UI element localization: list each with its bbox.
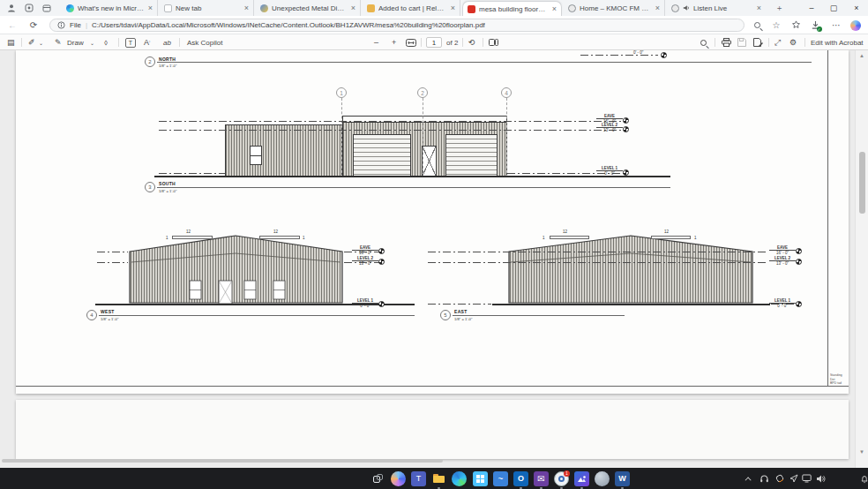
level-label-level2: LEVEL 213' - 0" bbox=[352, 256, 378, 267]
favorites-star-icon[interactable]: ☆ bbox=[769, 19, 783, 32]
grid-line bbox=[423, 98, 423, 177]
draw-pen-icon[interactable]: ✎ bbox=[55, 37, 62, 48]
highlighter-dropdown-icon[interactable]: ⌄ bbox=[39, 37, 43, 48]
level-marker bbox=[623, 126, 629, 132]
level-label-level2: LEVEL 213' - 0" bbox=[769, 256, 796, 267]
page-view-icon[interactable] bbox=[489, 37, 498, 48]
tab-close-icon[interactable]: × bbox=[552, 4, 557, 13]
new-tab-icon[interactable]: ＋ bbox=[773, 2, 786, 14]
vertical-scrollbar-thumb[interactable] bbox=[859, 152, 865, 214]
file-explorer-icon[interactable] bbox=[431, 471, 446, 486]
word-icon[interactable]: W bbox=[615, 471, 630, 486]
roof-pitch-bar bbox=[550, 236, 589, 239]
sheet-border-line bbox=[16, 386, 849, 387]
pc-health-icon[interactable]: ~ bbox=[493, 471, 508, 486]
save-as-icon[interactable] bbox=[753, 37, 763, 48]
back-icon[interactable]: ← bbox=[5, 19, 19, 32]
fit-width-icon[interactable] bbox=[406, 37, 416, 48]
refresh-icon[interactable]: ⟳ bbox=[26, 19, 41, 32]
scroll-down-icon[interactable]: ▼ bbox=[859, 449, 864, 455]
profile-icon[interactable] bbox=[4, 2, 18, 14]
pdf-viewer[interactable]: Standing DetBPD tad 2 NORTH 1/8" = 1'-0"… bbox=[0, 50, 868, 468]
draw-dropdown-icon[interactable]: ⌄ bbox=[90, 37, 94, 48]
tab-kmoc-home[interactable]: Home – KMOC FM 89.5 Texom × bbox=[564, 0, 665, 16]
highlighter-icon[interactable]: ✐ bbox=[28, 37, 35, 48]
rotate-icon[interactable]: ⟲ bbox=[468, 37, 475, 48]
tab-new-tab[interactable]: New tab × bbox=[160, 0, 254, 16]
tab-close-icon[interactable]: × bbox=[451, 4, 455, 12]
pitch-run-text: 12 bbox=[664, 229, 669, 234]
photos-icon[interactable] bbox=[574, 471, 589, 486]
search-document-icon[interactable] bbox=[700, 37, 707, 48]
info-icon[interactable] bbox=[57, 21, 65, 29]
tab-pdf-active[interactable]: mesa building floorplan.pdf × bbox=[462, 1, 562, 16]
edit-with-acrobat-button[interactable]: Edit with Acrobat bbox=[811, 37, 864, 48]
toc-icon[interactable]: ▤ bbox=[7, 37, 15, 48]
tab-whats-new[interactable]: What's new in Microsoft Edge × bbox=[62, 0, 158, 16]
mail-icon[interactable]: ✉ bbox=[534, 471, 549, 486]
text-tools-icon[interactable]: ab bbox=[163, 37, 171, 48]
edge-taskbar-icon[interactable] bbox=[452, 471, 467, 486]
tab-listen-live[interactable]: Listen Live × bbox=[667, 0, 766, 16]
workspaces-icon[interactable] bbox=[22, 2, 35, 14]
tab-title: Listen Live bbox=[693, 4, 753, 12]
tab-close-icon[interactable]: × bbox=[757, 4, 761, 12]
tab-close-icon[interactable]: × bbox=[244, 4, 249, 12]
print-icon[interactable] bbox=[722, 37, 731, 48]
zoom-in-icon[interactable]: + bbox=[392, 37, 396, 48]
collections-icon[interactable] bbox=[789, 19, 803, 32]
zoom-page-icon[interactable] bbox=[750, 19, 764, 32]
settings-more-icon[interactable]: ⋯ bbox=[829, 19, 843, 32]
tab-audio-icon[interactable] bbox=[683, 4, 690, 11]
fullscreen-icon[interactable]: ⤢ bbox=[774, 37, 781, 48]
ask-copilot-button[interactable]: Ask Copilot bbox=[187, 37, 222, 48]
pitch-run-text: 12 bbox=[273, 229, 278, 234]
view-label-line bbox=[453, 315, 625, 316]
window bbox=[250, 146, 262, 165]
minimize-button[interactable]: – bbox=[801, 0, 822, 16]
roof-pitch-bar bbox=[172, 236, 213, 239]
scheme-label: File bbox=[70, 21, 81, 29]
level-marker bbox=[661, 52, 667, 58]
tray-cast-icon[interactable] bbox=[801, 473, 812, 484]
open-app-indicator bbox=[621, 487, 624, 489]
earth-icon[interactable] bbox=[595, 471, 610, 486]
maximize-button[interactable]: ▢ bbox=[823, 0, 844, 16]
grid-bubble: 4 bbox=[501, 87, 512, 98]
tray-volume-icon[interactable] bbox=[815, 473, 827, 484]
teams-icon[interactable]: T bbox=[411, 471, 426, 486]
address-bar[interactable]: File | C:/Users/tdavi/AppData/Local/Micr… bbox=[49, 19, 745, 32]
outlook-icon[interactable]: O bbox=[513, 471, 528, 486]
notification-bell-icon[interactable] bbox=[858, 473, 868, 484]
scroll-up-icon[interactable]: ▲ bbox=[859, 53, 864, 58]
text-box-icon[interactable]: T bbox=[125, 38, 136, 48]
horizontal-scrollbar-thumb[interactable] bbox=[2, 459, 443, 463]
tab-metal-discovery[interactable]: Unexpected Metal Discovery W × bbox=[256, 0, 361, 16]
tab-actions-icon[interactable] bbox=[40, 2, 53, 14]
tab-title: Added to cart | Relevant recom bbox=[378, 4, 447, 12]
draw-label[interactable]: Draw bbox=[67, 37, 84, 48]
tab-close-icon[interactable]: × bbox=[351, 4, 355, 12]
copilot-taskbar-icon[interactable] bbox=[391, 471, 406, 486]
tab-close-icon[interactable]: × bbox=[655, 4, 660, 12]
read-aloud-icon[interactable]: A⁾ bbox=[144, 37, 150, 48]
ms-store-icon[interactable] bbox=[473, 471, 488, 486]
pdf-settings-gear-icon[interactable]: ⚙ bbox=[789, 37, 797, 48]
page-number-input[interactable]: 1 bbox=[426, 37, 442, 48]
tray-location-icon[interactable] bbox=[788, 473, 799, 484]
tab-added-to-cart[interactable]: Added to cart | Relevant recom × bbox=[363, 0, 460, 16]
task-view-icon[interactable] bbox=[370, 471, 385, 486]
vertical-scrollbar[interactable]: ▲ ▼ bbox=[855, 50, 868, 468]
tray-sync-icon[interactable] bbox=[774, 473, 785, 484]
copilot-icon[interactable] bbox=[849, 19, 863, 32]
notification-app-icon[interactable]: 1 bbox=[554, 471, 569, 486]
url-text: C:/Users/tdavi/AppData/Local/Microsoft/W… bbox=[92, 21, 485, 29]
downloads-icon[interactable]: ✓ bbox=[808, 19, 822, 32]
tray-headset-icon[interactable] bbox=[759, 473, 770, 484]
eraser-icon[interactable]: ⬨ bbox=[104, 37, 108, 48]
tab-close-icon[interactable]: × bbox=[148, 4, 153, 12]
browser-window: What's new in Microsoft Edge × New tab ×… bbox=[0, 0, 868, 489]
tray-expand-chevron-icon[interactable] bbox=[744, 473, 755, 484]
close-button[interactable]: × bbox=[845, 0, 868, 16]
zoom-out-icon[interactable]: – bbox=[374, 37, 378, 48]
